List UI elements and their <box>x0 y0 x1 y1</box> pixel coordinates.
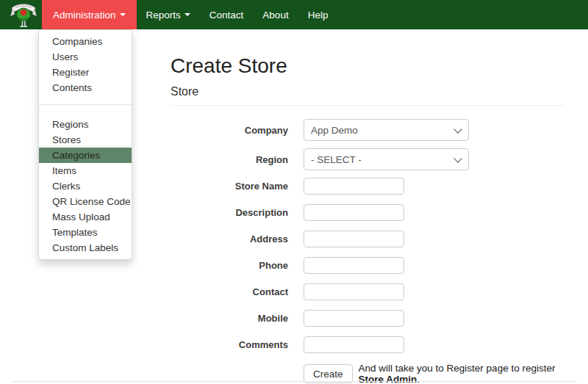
region-label: Region <box>171 154 288 165</box>
page-subtitle: Store <box>171 85 564 98</box>
menu-item-categories[interactable]: Categories <box>39 148 132 163</box>
mascot-logo-icon <box>10 1 37 29</box>
form-row-comments: Comments <box>171 336 564 353</box>
form-row-address: Address <box>171 231 564 247</box>
comments-label: Comments <box>171 339 288 350</box>
nav-label: Administration <box>53 10 116 21</box>
menu-item-items[interactable]: Items <box>39 163 132 178</box>
nav-item-help[interactable]: Help <box>298 0 338 29</box>
company-select-wrap: App Demo <box>304 119 469 141</box>
phone-label: Phone <box>171 260 288 271</box>
menu-item-mass-upload[interactable]: Mass Upload <box>39 209 132 225</box>
menu-item-contents[interactable]: Contents <box>39 80 132 95</box>
caret-down-icon <box>120 13 126 16</box>
form-row-mobile: Mobile <box>171 310 564 327</box>
contact-label: Contact <box>171 286 288 297</box>
menu-item-register[interactable]: Register <box>39 65 132 80</box>
administration-dropdown-menu: Companies Users Register Contents Region… <box>38 29 132 260</box>
menu-item-templates[interactable]: Templates <box>39 225 132 240</box>
app-logo[interactable] <box>0 0 42 29</box>
create-store-form: Company App Demo Region - SELECT - Store… <box>171 119 564 384</box>
page-bottom-divider <box>11 381 577 382</box>
title-divider <box>171 105 564 106</box>
form-row-region: Region - SELECT - <box>171 148 564 170</box>
submit-note-period: . <box>417 374 420 384</box>
nav-label: About <box>262 10 288 21</box>
submit-note-bold: Store Admin <box>359 374 417 384</box>
nav-item-reports[interactable]: Reports <box>137 0 200 29</box>
submit-note-text: And will take you to Register page to re… <box>359 363 556 374</box>
description-input[interactable] <box>304 204 404 221</box>
contact-input[interactable] <box>304 283 404 300</box>
menu-item-companies[interactable]: Companies <box>39 34 132 49</box>
store-name-label: Store Name <box>171 181 288 192</box>
menu-item-stores[interactable]: Stores <box>39 132 132 148</box>
nav-item-contact[interactable]: Contact <box>200 0 254 29</box>
store-name-input[interactable] <box>304 178 404 195</box>
nav-label: Contact <box>209 10 244 21</box>
region-select[interactable]: - SELECT - <box>304 148 469 170</box>
menu-item-clerks[interactable]: Clerks <box>39 178 132 194</box>
description-label: Description <box>171 207 288 218</box>
form-row-description: Description <box>171 204 564 221</box>
address-label: Address <box>171 233 288 244</box>
mobile-label: Mobile <box>171 313 288 324</box>
nav-menu: Administration Reports Contact About Hel… <box>42 0 337 29</box>
caret-down-icon <box>184 13 190 16</box>
menu-item-users[interactable]: Users <box>39 49 132 65</box>
nav-item-about[interactable]: About <box>253 0 298 29</box>
menu-item-custom-labels[interactable]: Custom Labels <box>39 240 132 256</box>
menu-item-regions[interactable]: Regions <box>39 117 132 132</box>
menu-item-qr-license-code[interactable]: QR License Code <box>39 194 132 209</box>
main-content: Create Store Store Company App Demo Regi… <box>159 54 576 384</box>
mobile-input[interactable] <box>304 310 404 327</box>
nav-item-administration[interactable]: Administration <box>42 0 137 29</box>
form-row-store-name: Store Name <box>171 178 564 195</box>
company-select[interactable]: App Demo <box>304 119 469 141</box>
region-select-wrap: - SELECT - <box>304 148 469 170</box>
nav-label: Help <box>308 10 329 21</box>
phone-input[interactable] <box>304 257 404 274</box>
menu-divider <box>39 104 132 105</box>
company-label: Company <box>171 125 288 136</box>
form-row-phone: Phone <box>171 257 564 274</box>
address-input[interactable] <box>304 231 404 247</box>
form-row-company: Company App Demo <box>171 119 564 141</box>
comments-input[interactable] <box>304 336 404 353</box>
nav-label: Reports <box>146 10 181 21</box>
form-row-contact: Contact <box>171 283 564 300</box>
navbar: Administration Reports Contact About Hel… <box>0 0 588 29</box>
page-title: Create Store <box>171 54 564 78</box>
